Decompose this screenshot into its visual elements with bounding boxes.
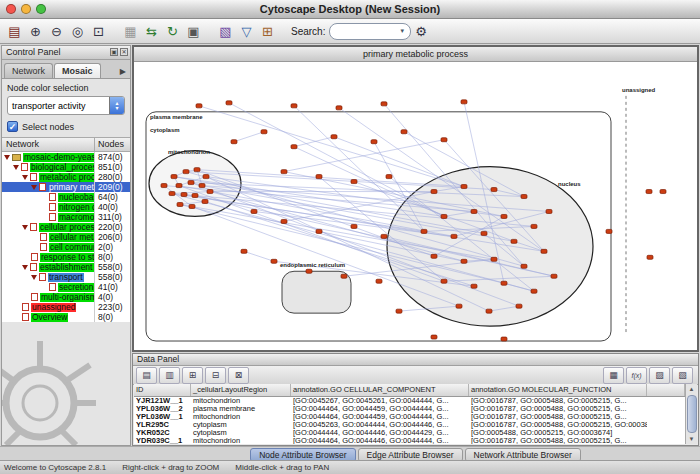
network-node[interactable] — [431, 190, 437, 194]
tree-row[interactable]: multi-organism process4(0) — [2, 292, 130, 302]
network-node[interactable] — [281, 170, 287, 174]
open-attribute-file-icon[interactable]: ▧ — [672, 367, 693, 384]
network-node[interactable] — [183, 170, 189, 174]
network-node[interactable] — [396, 309, 402, 313]
table-row[interactable]: YPL036W__1mitochondrion[GO:0044464, GO:0… — [134, 413, 685, 421]
network-node[interactable] — [331, 135, 337, 139]
network-node[interactable] — [646, 190, 652, 194]
network-node[interactable] — [516, 304, 522, 308]
network-node[interactable] — [461, 100, 467, 104]
network-node[interactable] — [501, 214, 507, 218]
network-node[interactable] — [194, 168, 200, 172]
select-attributes-icon[interactable]: ▤ — [136, 367, 157, 384]
network-node[interactable] — [176, 184, 182, 188]
network-node[interactable] — [461, 259, 467, 263]
column-header[interactable]: annotation.GO CELLULAR_COMPONENT — [291, 384, 469, 396]
network-node[interactable] — [196, 104, 202, 108]
network-node[interactable] — [606, 229, 612, 233]
vizmapper-icon[interactable]: ▧ — [216, 22, 235, 41]
tree-row[interactable]: cell communication2(0) — [2, 242, 130, 252]
network-node[interactable] — [351, 224, 357, 228]
expander-icon[interactable] — [13, 165, 19, 170]
tree-row[interactable]: cellular metabolic process206(0) — [2, 232, 130, 242]
network-node[interactable] — [541, 249, 547, 253]
scrollbar-thumb[interactable] — [687, 395, 697, 433]
network-node[interactable] — [203, 175, 209, 179]
zoom-out-icon[interactable]: ⊖ — [47, 22, 66, 41]
tree-row[interactable]: response to stimulus8(0) — [2, 252, 130, 262]
network-node[interactable] — [491, 257, 497, 261]
zoom-fit-icon[interactable]: ⊡ — [89, 22, 108, 41]
tree-row[interactable]: primary metabolic process209(0) — [2, 182, 130, 192]
plugins-icon[interactable]: ⊞ — [258, 22, 277, 41]
tab-mosaic[interactable]: Mosaic — [54, 63, 101, 78]
table-scrollbar[interactable]: ▲ ▼ — [685, 384, 697, 444]
delete-row-icon[interactable]: ⊠ — [228, 367, 249, 384]
snapshot-icon[interactable]: ▣ — [184, 22, 203, 41]
tree-row[interactable]: secretion41(0) — [2, 282, 130, 292]
function-builder-icon[interactable]: f(x) — [626, 367, 647, 384]
tree-row[interactable]: metabolic process280(0) — [2, 172, 130, 182]
column-header[interactable]: ID — [134, 384, 191, 396]
network-node[interactable] — [316, 229, 322, 233]
network-node[interactable] — [441, 138, 447, 142]
network-node[interactable] — [461, 185, 467, 189]
show-graphics-details-icon[interactable]: ▦ — [121, 22, 140, 41]
network-node[interactable] — [501, 281, 507, 285]
tree-row[interactable]: establishment of localization558(0) — [2, 262, 130, 272]
scroll-up-icon[interactable]: ▲ — [689, 384, 695, 394]
network-node[interactable] — [441, 279, 447, 283]
network-node[interactable] — [441, 214, 447, 218]
select-nodes-checkbox[interactable]: ✓ — [7, 121, 18, 132]
network-node[interactable] — [281, 219, 287, 223]
network-node[interactable] — [521, 195, 527, 199]
network-node[interactable] — [381, 234, 387, 238]
network-node[interactable] — [202, 200, 208, 204]
tree-row[interactable]: cellular process220(0) — [2, 222, 130, 232]
network-node[interactable] — [376, 279, 382, 283]
network-node[interactable] — [401, 130, 407, 134]
close-button[interactable] — [6, 4, 16, 14]
network-node[interactable] — [169, 192, 175, 196]
network-canvas[interactable]: plasma membranecytoplasmmitochondrionnuc… — [134, 62, 697, 350]
expander-icon[interactable] — [22, 225, 28, 230]
zoom-selected-icon[interactable]: ◎ — [68, 22, 87, 41]
network-node[interactable] — [306, 269, 312, 273]
network-node[interactable] — [431, 335, 437, 339]
network-node[interactable] — [207, 190, 213, 194]
network-node[interactable] — [291, 104, 297, 108]
delete-attribute-icon[interactable]: ⊟ — [205, 367, 226, 384]
filters-icon[interactable]: ▽ — [237, 22, 256, 41]
network-node[interactable] — [531, 224, 537, 228]
network-node[interactable] — [456, 304, 462, 308]
tab-overflow-icon[interactable]: ▶ — [118, 65, 128, 78]
tree-header-nodes[interactable]: Nodes — [95, 138, 130, 151]
network-node[interactable] — [421, 229, 427, 233]
network-node[interactable] — [451, 234, 457, 238]
tree-row[interactable]: biological_process851(0) — [2, 162, 130, 172]
network-node[interactable] — [647, 255, 653, 259]
network-node[interactable] — [381, 102, 387, 106]
attribute-dropdown[interactable]: transporter activity ▴▾ — [7, 96, 125, 115]
network-node[interactable] — [161, 184, 167, 188]
import-attributes-icon[interactable]: ▨ — [649, 367, 670, 384]
tree-header-network[interactable]: Network — [2, 138, 95, 151]
expander-icon[interactable] — [4, 155, 10, 160]
expander-icon[interactable] — [22, 265, 28, 270]
network-node[interactable] — [241, 249, 247, 253]
expander-icon[interactable] — [22, 175, 28, 180]
tree-row[interactable]: transport558(0) — [2, 272, 130, 282]
network-node[interactable] — [189, 205, 195, 209]
network-node[interactable] — [336, 106, 342, 110]
network-node[interactable] — [271, 259, 277, 263]
rotate-view-icon[interactable]: ↻ — [163, 22, 182, 41]
minimize-button[interactable] — [21, 4, 31, 14]
close-panel-icon[interactable]: ✕ — [120, 48, 128, 56]
table-row[interactable]: YKR052Ccytoplasm[GO:0044444, GO:0044446,… — [134, 429, 685, 437]
network-node[interactable] — [351, 180, 357, 184]
save-icon[interactable]: ▤ — [5, 22, 24, 41]
network-node[interactable] — [486, 309, 492, 313]
float-panel-icon[interactable]: ▣ — [110, 48, 118, 56]
search-dropdown-icon[interactable]: ▾ — [400, 27, 408, 35]
network-node[interactable] — [491, 188, 497, 192]
